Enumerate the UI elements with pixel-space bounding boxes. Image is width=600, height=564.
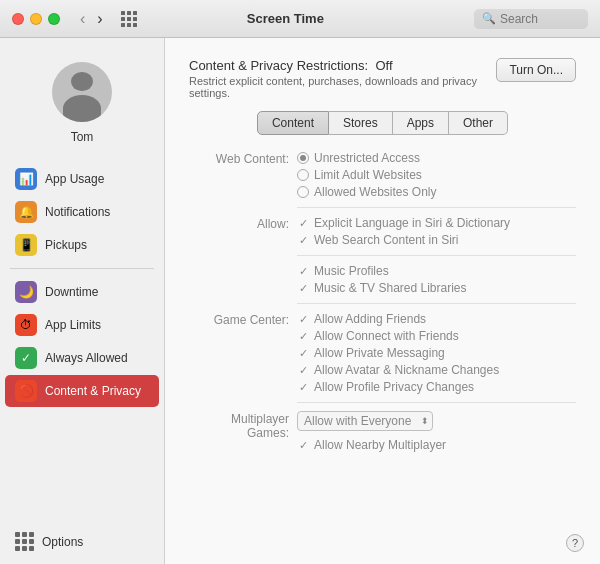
check-music-tv[interactable]: ✓ Music & TV Shared Libraries xyxy=(297,281,467,295)
divider-4 xyxy=(297,402,576,403)
maximize-button[interactable] xyxy=(48,13,60,25)
pickups-label: Pickups xyxy=(45,238,87,252)
check-profile-privacy-mark: ✓ xyxy=(297,381,309,394)
check-profile-privacy-label: Allow Profile Privacy Changes xyxy=(314,380,474,394)
main-content: Tom 📊 App Usage 🔔 Notifications 📱 Pick xyxy=(0,38,600,564)
check-private-messaging-label: Allow Private Messaging xyxy=(314,346,445,360)
check-music-tv-label: Music & TV Shared Libraries xyxy=(314,281,467,295)
check-music-profiles-label: Music Profiles xyxy=(314,264,389,278)
multiplayer-row: Multiplayer Games: Allow with Everyone F… xyxy=(189,411,576,452)
user-name: Tom xyxy=(71,130,94,144)
check-nearby-multiplayer[interactable]: ✓ Allow Nearby Multiplayer xyxy=(297,438,446,452)
multiplayer-options: Allow with Everyone Friends Only Off ⬍ ✓… xyxy=(297,411,446,452)
check-avatar-changes-mark: ✓ xyxy=(297,364,309,377)
downtime-icon: 🌙 xyxy=(15,281,37,303)
multiplayer-label: Multiplayer Games: xyxy=(189,411,289,440)
check-adding-friends[interactable]: ✓ Allow Adding Friends xyxy=(297,312,499,326)
content-area: Content & Privacy Restrictions: Off Rest… xyxy=(165,38,600,564)
check-private-messaging-mark: ✓ xyxy=(297,347,309,360)
sidebar-item-downtime[interactable]: 🌙 Downtime xyxy=(5,276,159,308)
traffic-lights xyxy=(12,13,60,25)
sidebar-item-content-privacy[interactable]: 🚫 Content & Privacy xyxy=(5,375,159,407)
tab-content[interactable]: Content xyxy=(257,111,329,135)
restriction-title: Content & Privacy Restrictions: Off xyxy=(189,58,496,73)
sidebar-item-options[interactable]: Options xyxy=(5,527,159,556)
search-bar[interactable]: 🔍 xyxy=(474,9,588,29)
radio-unrestricted-label: Unrestricted Access xyxy=(314,151,420,165)
divider-1 xyxy=(297,207,576,208)
music-label xyxy=(189,264,289,265)
avatar-section: Tom xyxy=(0,48,164,160)
close-button[interactable] xyxy=(12,13,24,25)
allow-options: ✓ Explicit Language in Siri & Dictionary… xyxy=(297,216,510,247)
radio-allowed-websites-label: Allowed Websites Only xyxy=(314,185,437,199)
tab-stores[interactable]: Stores xyxy=(329,111,393,135)
check-private-messaging[interactable]: ✓ Allow Private Messaging xyxy=(297,346,499,360)
check-nearby-mark: ✓ xyxy=(297,439,309,452)
radio-allowed-websites[interactable]: Allowed Websites Only xyxy=(297,185,437,199)
notifications-label: Notifications xyxy=(45,205,110,219)
content-privacy-label: Content & Privacy xyxy=(45,384,141,398)
pickups-icon: 📱 xyxy=(15,234,37,256)
web-content-row: Web Content: Unrestricted Access Limit A… xyxy=(189,151,576,199)
search-icon: 🔍 xyxy=(482,12,496,25)
check-music-profiles[interactable]: ✓ Music Profiles xyxy=(297,264,467,278)
minimize-button[interactable] xyxy=(30,13,42,25)
multiplayer-dropdown-wrap: Allow with Everyone Friends Only Off ⬍ xyxy=(297,411,433,431)
always-allowed-label: Always Allowed xyxy=(45,351,128,365)
sidebar-item-app-limits[interactable]: ⏱ App Limits xyxy=(5,309,159,341)
music-options: ✓ Music Profiles ✓ Music & TV Shared Lib… xyxy=(297,264,467,295)
check-connect-friends[interactable]: ✓ Allow Connect with Friends xyxy=(297,329,499,343)
options-icon xyxy=(15,532,34,551)
app-limits-label: App Limits xyxy=(45,318,101,332)
tab-other[interactable]: Other xyxy=(449,111,508,135)
check-music-tv-mark: ✓ xyxy=(297,282,309,295)
radio-unrestricted[interactable]: Unrestricted Access xyxy=(297,151,437,165)
radio-limit-adult[interactable]: Limit Adult Websites xyxy=(297,168,437,182)
check-nearby-label: Allow Nearby Multiplayer xyxy=(314,438,446,452)
game-center-options: ✓ Allow Adding Friends ✓ Allow Connect w… xyxy=(297,312,499,394)
allow-label: Allow: xyxy=(189,216,289,231)
check-web-search-label: Web Search Content in Siri xyxy=(314,233,459,247)
help-button[interactable]: ? xyxy=(566,534,584,552)
radio-limit-adult-label: Limit Adult Websites xyxy=(314,168,422,182)
restriction-subtitle: Restrict explicit content, purchases, do… xyxy=(189,75,496,99)
check-explicit-mark: ✓ xyxy=(297,217,309,230)
radio-allowed-websites-dot xyxy=(297,186,309,198)
check-connect-friends-mark: ✓ xyxy=(297,330,309,343)
check-web-search[interactable]: ✓ Web Search Content in Siri xyxy=(297,233,510,247)
app-limits-icon: ⏱ xyxy=(15,314,37,336)
multiplayer-dropdown[interactable]: Allow with Everyone Friends Only Off xyxy=(297,411,433,431)
sidebar-item-notifications[interactable]: 🔔 Notifications xyxy=(5,196,159,228)
game-center-row: Game Center: ✓ Allow Adding Friends ✓ Al… xyxy=(189,312,576,394)
check-profile-privacy[interactable]: ✓ Allow Profile Privacy Changes xyxy=(297,380,499,394)
multiplayer-dropdown-row: Allow with Everyone Friends Only Off ⬍ xyxy=(297,411,446,431)
sidebar-item-app-usage[interactable]: 📊 App Usage xyxy=(5,163,159,195)
search-input[interactable] xyxy=(500,12,580,26)
tab-apps[interactable]: Apps xyxy=(393,111,449,135)
turn-on-button[interactable]: Turn On... xyxy=(496,58,576,82)
sidebar-section-top: 📊 App Usage 🔔 Notifications 📱 Pickups xyxy=(0,160,164,264)
downtime-label: Downtime xyxy=(45,285,98,299)
divider-3 xyxy=(297,303,576,304)
check-avatar-changes[interactable]: ✓ Allow Avatar & Nickname Changes xyxy=(297,363,499,377)
sidebar: Tom 📊 App Usage 🔔 Notifications 📱 Pick xyxy=(0,38,165,564)
options-label: Options xyxy=(42,535,83,549)
music-row: ✓ Music Profiles ✓ Music & TV Shared Lib… xyxy=(189,264,576,295)
sidebar-item-always-allowed[interactable]: ✓ Always Allowed xyxy=(5,342,159,374)
game-center-label: Game Center: xyxy=(189,312,289,327)
check-connect-friends-label: Allow Connect with Friends xyxy=(314,329,459,343)
check-adding-friends-mark: ✓ xyxy=(297,313,309,326)
sidebar-item-pickups[interactable]: 📱 Pickups xyxy=(5,229,159,261)
content-privacy-icon: 🚫 xyxy=(15,380,37,402)
app-usage-label: App Usage xyxy=(45,172,104,186)
back-button[interactable]: ‹ xyxy=(76,11,89,27)
notifications-icon: 🔔 xyxy=(15,201,37,223)
check-explicit-language[interactable]: ✓ Explicit Language in Siri & Dictionary xyxy=(297,216,510,230)
sidebar-section-bottom: 🌙 Downtime ⏱ App Limits ✓ Always Allowed… xyxy=(0,273,164,410)
radio-unrestricted-dot xyxy=(297,152,309,164)
avatar-body xyxy=(63,95,101,122)
web-content-label: Web Content: xyxy=(189,151,289,166)
tab-bar: Content Stores Apps Other xyxy=(189,111,576,135)
always-allowed-icon: ✓ xyxy=(15,347,37,369)
